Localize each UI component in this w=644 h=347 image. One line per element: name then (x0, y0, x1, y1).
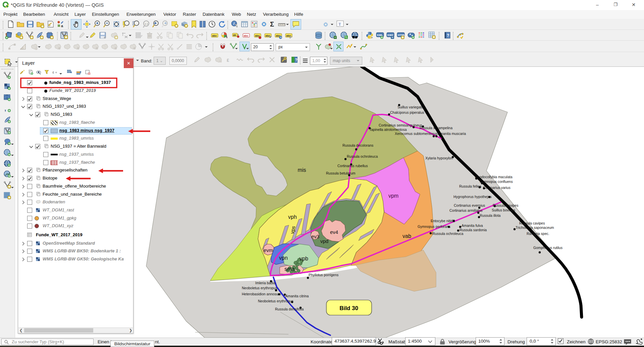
svg-text:>: > (371, 36, 373, 39)
svg-text:Amanita muscaria: Amanita muscaria (438, 132, 466, 136)
svg-text:Gymnopus perforans: Gymnopus perforans (418, 225, 450, 229)
svg-text:Phyllotus porrigens: Phyllotus porrigens (309, 273, 338, 277)
svg-text:Entocybe nitida: Entocybe nitida (431, 219, 455, 223)
svg-text:Russula decolorans: Russula decolorans (342, 143, 373, 147)
svg-text:Xylaria hypoxylon: Xylaria hypoxylon (425, 156, 453, 160)
svg-text:abc: abc (212, 34, 217, 37)
svg-text:Ramaria spec.: Ramaria spec. (527, 232, 549, 236)
svg-text:Cortinarius evernius: Cortinarius evernius (454, 203, 485, 207)
svg-text:Gymnopus confluens: Gymnopus confluens (480, 180, 513, 184)
svg-text:Rhodocollybia maculata: Rhodocollybia maculata (475, 175, 513, 179)
svg-text:sma: sma (284, 266, 294, 272)
svg-text:ε: ε (53, 70, 54, 74)
svg-text:abc: abc (244, 34, 249, 37)
svg-text:Tapinella atrotomentosa: Tapinella atrotomentosa (369, 128, 407, 132)
svg-text:Amanita citrina: Amanita citrina (285, 294, 309, 298)
svg-text:?: ? (447, 33, 449, 38)
svg-text:Russula illota: Russula illota (480, 213, 501, 217)
svg-text:Russula densifolia: Russula densifolia (275, 307, 304, 311)
svg-text:Russula xerampelina: Russula xerampelina (420, 126, 452, 130)
svg-text:Heterobasidion annosum: Heterobasidion annosum (242, 292, 281, 296)
svg-text:Russula cavipes: Russula cavipes (493, 203, 518, 207)
svg-text:ε: ε (227, 57, 229, 63)
svg-text:1:1: 1:1 (145, 22, 149, 26)
svg-text:Tricholoma saponaceum: Tricholoma saponaceum (516, 226, 554, 230)
svg-text:Russula ochroleuca: Russula ochroleuca (432, 232, 463, 236)
svg-text:ev4: ev4 (330, 229, 338, 235)
svg-text:Gomphidius rutilus: Gomphidius rutilus (533, 246, 562, 250)
svg-text:,: , (4, 105, 6, 112)
svg-text:Cortinarius rubellus: Cortinarius rubellus (337, 164, 368, 168)
svg-text:Neoboletus erythropus: Neoboletus erythropus (258, 299, 293, 303)
svg-text:Cortinarius semisanguineus: Cortinarius semisanguineus (379, 123, 422, 127)
svg-text:ev3: ev3 (311, 234, 319, 239)
svg-text:Xerocomus subtomentosus: Xerocomus subtomentosus (395, 132, 437, 136)
svg-text:Russula sardonia: Russula sardonia (460, 228, 487, 232)
svg-text:Russula betularum: Russula betularum (326, 171, 356, 175)
svg-text:vpd: vpd (320, 238, 328, 244)
svg-text:mis: mis (298, 167, 306, 173)
svg-text:ab: ab (233, 34, 236, 37)
svg-text:Chalciporus piperatus: Chalciporus piperatus (390, 110, 424, 114)
svg-text:Suillus variegatus: Suillus variegatus (397, 105, 425, 109)
svg-text:Suillus bovinus: Suillus bovinus (492, 208, 515, 212)
svg-text:evm: evm (264, 247, 273, 253)
svg-text:T: T (338, 21, 341, 27)
svg-text:a: a (61, 24, 63, 28)
svg-text:Imleria badia: Imleria badia (255, 281, 275, 285)
svg-text:Amanita fulva: Amanita fulva (462, 224, 483, 228)
svg-text:Hygrophorus hypothejus: Hygrophorus hypothejus (453, 195, 492, 199)
svg-text:vpm: vpm (388, 193, 398, 199)
svg-text:Russula ochroleuca: Russula ochroleuca (347, 154, 378, 158)
svg-text:vab: vab (402, 233, 411, 239)
svg-text:vpb: vpb (300, 256, 308, 261)
svg-text:Russula cavipes: Russula cavipes (519, 221, 545, 225)
svg-text:Σ: Σ (270, 20, 274, 28)
svg-text:?: ? (295, 58, 298, 62)
svg-text:Bild 30: Bild 30 (339, 305, 358, 311)
svg-text:vph: vph (288, 214, 297, 220)
svg-text:Cortinarius varius: Cortinarius varius (483, 186, 511, 190)
svg-text:vpn: vpn (279, 255, 288, 261)
svg-text:Neoboletus erythropus: Neoboletus erythropus (242, 286, 277, 290)
svg-text:Russula fellea: Russula fellea (459, 184, 481, 188)
svg-text:Cortinarius armillatus: Cortinarius armillatus (449, 208, 483, 212)
